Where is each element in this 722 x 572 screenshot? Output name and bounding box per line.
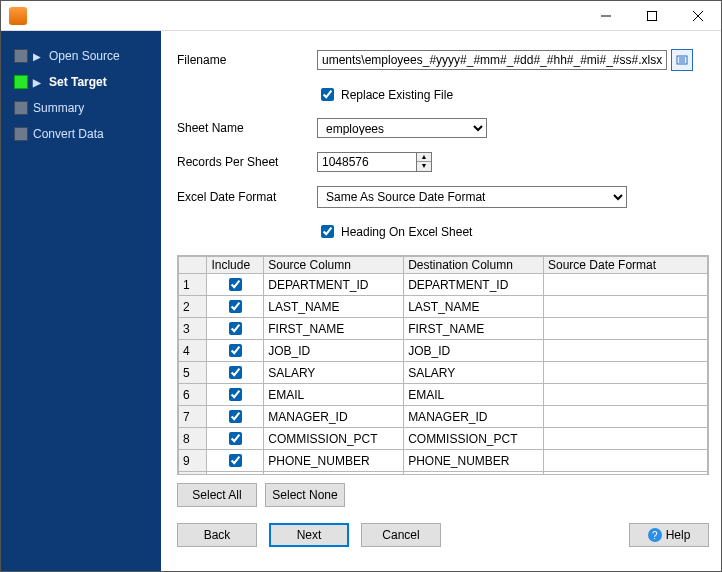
include-cell[interactable]: [207, 318, 264, 340]
include-checkbox[interactable]: [229, 278, 242, 291]
back-button[interactable]: Back: [177, 523, 257, 547]
sheet-name-select[interactable]: employees: [317, 118, 487, 138]
excel-date-format-select[interactable]: Same As Source Date Format: [317, 186, 627, 208]
source-date-format-cell[interactable]: [544, 274, 708, 296]
minimize-icon: [601, 11, 611, 21]
include-checkbox[interactable]: [229, 454, 242, 467]
include-checkbox[interactable]: [229, 322, 242, 335]
next-button[interactable]: Next: [269, 523, 349, 547]
destination-column-cell[interactable]: DEPARTMENT_ID: [404, 274, 544, 296]
sheet-name-label: Sheet Name: [177, 121, 317, 135]
include-cell[interactable]: [207, 384, 264, 406]
wizard-window: ▶Open Source▶Set TargetSummaryConvert Da…: [0, 0, 722, 572]
minimize-button[interactable]: [583, 1, 629, 31]
maximize-icon: [647, 11, 657, 21]
table-row: 8COMMISSION_PCTCOMMISSION_PCT: [179, 428, 708, 450]
include-checkbox[interactable]: [229, 300, 242, 313]
include-cell[interactable]: [207, 428, 264, 450]
sidebar-item-label: Summary: [33, 101, 84, 115]
spin-down-icon[interactable]: ▼: [417, 162, 431, 171]
source-date-format-cell[interactable]: [544, 318, 708, 340]
source-column-cell[interactable]: EMPLOYEE_ID: [264, 472, 404, 476]
source-column-cell[interactable]: DEPARTMENT_ID: [264, 274, 404, 296]
source-date-format-cell[interactable]: [544, 362, 708, 384]
destination-column-cell[interactable]: FIRST_NAME: [404, 318, 544, 340]
sidebar-item-open-source[interactable]: ▶Open Source: [1, 43, 161, 69]
source-column-cell[interactable]: JOB_ID: [264, 340, 404, 362]
table-row: 6EMAILEMAIL: [179, 384, 708, 406]
source-column-cell[interactable]: FIRST_NAME: [264, 318, 404, 340]
source-column-cell[interactable]: SALARY: [264, 362, 404, 384]
select-all-button[interactable]: Select All: [177, 483, 257, 507]
column-header[interactable]: Source Date Format: [544, 257, 708, 274]
include-cell[interactable]: [207, 274, 264, 296]
replace-existing-checkbox[interactable]: [321, 88, 334, 101]
row-number: 8: [179, 428, 207, 450]
source-column-cell[interactable]: COMMISSION_PCT: [264, 428, 404, 450]
excel-date-format-label: Excel Date Format: [177, 190, 317, 204]
filename-label: Filename: [177, 53, 317, 67]
source-date-format-cell[interactable]: [544, 472, 708, 476]
records-per-sheet-label: Records Per Sheet: [177, 155, 317, 169]
close-button[interactable]: [675, 1, 721, 31]
source-column-cell[interactable]: PHONE_NUMBER: [264, 450, 404, 472]
source-date-format-cell[interactable]: [544, 384, 708, 406]
source-column-cell[interactable]: MANAGER_ID: [264, 406, 404, 428]
include-cell[interactable]: [207, 472, 264, 476]
browse-button[interactable]: [671, 49, 693, 71]
folder-icon: [675, 53, 689, 67]
destination-column-cell[interactable]: MANAGER_ID: [404, 406, 544, 428]
row-number: 9: [179, 450, 207, 472]
destination-column-cell[interactable]: SALARY: [404, 362, 544, 384]
include-cell[interactable]: [207, 450, 264, 472]
source-date-format-cell[interactable]: [544, 340, 708, 362]
heading-on-sheet-label: Heading On Excel Sheet: [341, 225, 472, 239]
column-header[interactable]: Destination Column: [404, 257, 544, 274]
spinner-arrows[interactable]: ▲ ▼: [417, 152, 432, 172]
source-column-cell[interactable]: LAST_NAME: [264, 296, 404, 318]
include-checkbox[interactable]: [229, 432, 242, 445]
include-checkbox[interactable]: [229, 410, 242, 423]
records-per-sheet-spinner[interactable]: ▲ ▼: [317, 152, 432, 172]
include-checkbox[interactable]: [229, 388, 242, 401]
include-cell[interactable]: [207, 296, 264, 318]
records-per-sheet-input[interactable]: [317, 152, 417, 172]
close-icon: [693, 11, 703, 21]
maximize-button[interactable]: [629, 1, 675, 31]
include-checkbox[interactable]: [229, 344, 242, 357]
wizard-sidebar: ▶Open Source▶Set TargetSummaryConvert Da…: [1, 31, 161, 571]
source-column-cell[interactable]: EMAIL: [264, 384, 404, 406]
source-date-format-cell[interactable]: [544, 428, 708, 450]
include-checkbox[interactable]: [229, 366, 242, 379]
sidebar-item-label: Set Target: [49, 75, 107, 89]
cancel-button[interactable]: Cancel: [361, 523, 441, 547]
include-cell[interactable]: [207, 406, 264, 428]
sidebar-item-convert-data[interactable]: Convert Data: [1, 121, 161, 147]
row-number: 6: [179, 384, 207, 406]
wizard-content: Filename Replace Existing File Sheet Nam…: [161, 31, 721, 571]
row-number: 4: [179, 340, 207, 362]
source-date-format-cell[interactable]: [544, 450, 708, 472]
spin-up-icon[interactable]: ▲: [417, 153, 431, 162]
destination-column-cell[interactable]: EMPLOYEE_ID: [404, 472, 544, 476]
column-header[interactable]: [179, 257, 207, 274]
source-date-format-cell[interactable]: [544, 296, 708, 318]
row-number: 1: [179, 274, 207, 296]
include-cell[interactable]: [207, 340, 264, 362]
destination-column-cell[interactable]: JOB_ID: [404, 340, 544, 362]
destination-column-cell[interactable]: EMAIL: [404, 384, 544, 406]
destination-column-cell[interactable]: PHONE_NUMBER: [404, 450, 544, 472]
select-none-button[interactable]: Select None: [265, 483, 345, 507]
source-date-format-cell[interactable]: [544, 406, 708, 428]
include-cell[interactable]: [207, 362, 264, 384]
destination-column-cell[interactable]: COMMISSION_PCT: [404, 428, 544, 450]
column-header[interactable]: Source Column: [264, 257, 404, 274]
sidebar-item-summary[interactable]: Summary: [1, 95, 161, 121]
sidebar-item-set-target[interactable]: ▶Set Target: [1, 69, 161, 95]
column-header[interactable]: Include: [207, 257, 264, 274]
filename-input[interactable]: [317, 50, 667, 70]
step-indicator-icon: [15, 128, 27, 140]
help-button[interactable]: ? Help: [629, 523, 709, 547]
heading-on-sheet-checkbox[interactable]: [321, 225, 334, 238]
destination-column-cell[interactable]: LAST_NAME: [404, 296, 544, 318]
